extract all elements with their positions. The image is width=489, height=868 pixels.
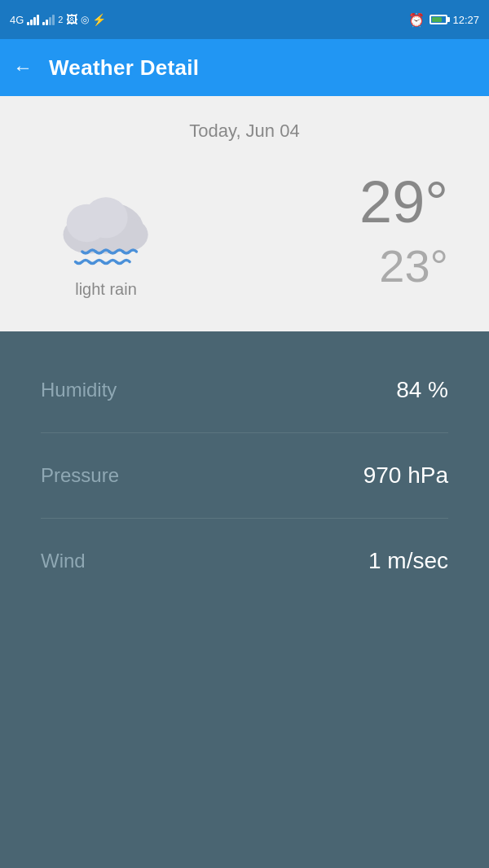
status-bar: 4G 2 🖼 ◎ ⚡ ⏰ 12:27 — [0, 0, 489, 39]
weather-icon-container — [41, 166, 171, 272]
wind-row: Wind 1 m/sec — [41, 519, 448, 603]
signal-bars-1 — [27, 14, 39, 25]
app-title: Weather Detail — [49, 55, 199, 81]
status-right: ⏰ 12:27 — [408, 12, 479, 28]
battery-icon — [430, 15, 447, 24]
pressure-label: Pressure — [41, 464, 119, 487]
weather-main: light rain 29° 23° — [16, 166, 473, 299]
back-button[interactable]: ← — [13, 56, 33, 79]
wind-label: Wind — [41, 550, 86, 572]
humidity-label: Humidity — [41, 379, 117, 401]
svg-point-4 — [84, 197, 127, 238]
temperature-low: 23° — [379, 239, 448, 292]
humidity-row: Humidity 84 % — [41, 348, 448, 433]
wind-value: 1 m/sec — [368, 548, 448, 574]
temperature-high: 29° — [359, 173, 448, 231]
pressure-value: 970 hPa — [363, 462, 448, 489]
status-left: 4G 2 🖼 ◎ ⚡ — [10, 13, 106, 26]
signal-bars-2 — [42, 14, 55, 25]
weather-right: 29° 23° — [359, 173, 448, 292]
radio-icon: ◎ — [81, 14, 89, 25]
app-bar: ← Weather Detail — [0, 39, 489, 96]
date-label: Today, Jun 04 — [189, 121, 299, 142]
sim2-label: 2 — [58, 15, 63, 24]
rain-cloud-icon — [45, 191, 167, 272]
photo-icon: 🖼 — [66, 13, 77, 26]
details-section: Humidity 84 % Pressure 970 hPa Wind 1 m/… — [0, 331, 489, 739]
battery-fill — [432, 17, 441, 22]
alarm-icon: ⏰ — [408, 12, 425, 28]
humidity-value: 84 % — [396, 377, 448, 403]
weather-description: light rain — [75, 280, 137, 299]
clock: 12:27 — [452, 14, 479, 26]
weather-section: Today, Jun 04 — [0, 96, 489, 331]
pressure-row: Pressure 970 hPa — [41, 433, 448, 519]
network-indicator: 4G — [10, 14, 24, 26]
weather-left: light rain — [41, 166, 171, 299]
usb-icon: ⚡ — [92, 13, 106, 26]
